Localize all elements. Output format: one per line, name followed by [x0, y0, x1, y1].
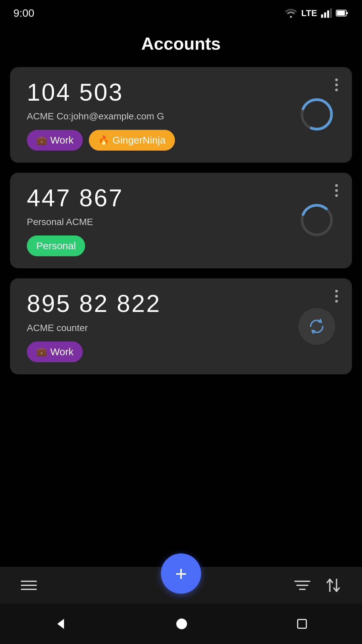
account-subtitle-1: ACME Co:john@example.com G — [27, 111, 339, 122]
card-menu-button-2[interactable] — [333, 182, 340, 199]
svg-rect-5 — [337, 11, 345, 15]
account-tags-2: Personal — [27, 235, 339, 256]
add-account-fab[interactable]: + — [161, 553, 201, 594]
nav-home-button[interactable] — [176, 618, 188, 630]
briefcase-icon-3: 💼 — [36, 346, 47, 357]
system-nav-bar — [0, 604, 362, 644]
svg-point-20 — [176, 619, 187, 629]
tag-work-3[interactable]: 💼 Work — [27, 341, 83, 362]
svg-rect-2 — [327, 10, 329, 18]
lte-label: LTE — [301, 8, 317, 18]
progress-circle-2 — [298, 202, 335, 240]
page-title: Accounts — [0, 23, 362, 67]
card-menu-button-1[interactable] — [333, 76, 340, 93]
svg-rect-21 — [298, 620, 306, 628]
svg-rect-6 — [346, 12, 348, 14]
tag-gingerninja[interactable]: 🔥 GingerNinja — [89, 130, 175, 151]
menu-button[interactable] — [20, 577, 38, 594]
filter-button[interactable] — [294, 577, 311, 594]
sort-button[interactable] — [324, 577, 342, 594]
tag-work-1[interactable]: 💼 Work — [27, 130, 83, 151]
account-subtitle-3: ACME counter — [27, 323, 339, 333]
account-number-2: 447 867 — [27, 185, 339, 211]
account-subtitle-2: Personal ACME — [27, 217, 339, 227]
svg-rect-1 — [324, 12, 326, 18]
accounts-list: 104 503 ACME Co:john@example.com G 💼 Wor… — [0, 67, 362, 374]
account-number-3: 895 82 822 — [27, 290, 339, 317]
tag-personal[interactable]: Personal — [27, 235, 85, 256]
svg-rect-0 — [321, 14, 323, 18]
wifi-icon — [285, 8, 297, 18]
status-bar: 9:00 LTE — [0, 0, 362, 23]
account-tags-1: 💼 Work 🔥 GingerNinja — [27, 130, 339, 151]
account-number-1: 104 503 — [27, 79, 339, 106]
status-time: 9:00 — [13, 7, 34, 19]
account-card-1: 104 503 ACME Co:john@example.com G 💼 Wor… — [10, 67, 352, 163]
briefcase-icon: 💼 — [36, 135, 47, 146]
account-tags-3: 💼 Work — [27, 341, 339, 362]
signal-icon — [321, 8, 332, 18]
nav-recents-button[interactable] — [296, 618, 308, 630]
svg-rect-3 — [330, 8, 332, 18]
status-icons: LTE — [285, 8, 349, 18]
plus-icon: + — [175, 563, 187, 584]
card-menu-button-3[interactable] — [333, 288, 340, 305]
account-card-2: 447 867 Personal ACME Personal — [10, 173, 352, 268]
account-card-3: 895 82 822 ACME counter 💼 Work — [10, 278, 352, 374]
nav-back-button[interactable] — [54, 617, 67, 631]
svg-marker-19 — [57, 619, 64, 629]
progress-circle-1 — [298, 96, 335, 134]
fire-icon: 🔥 — [98, 135, 109, 146]
battery-icon — [336, 9, 349, 17]
refresh-button-3[interactable] — [298, 308, 335, 345]
